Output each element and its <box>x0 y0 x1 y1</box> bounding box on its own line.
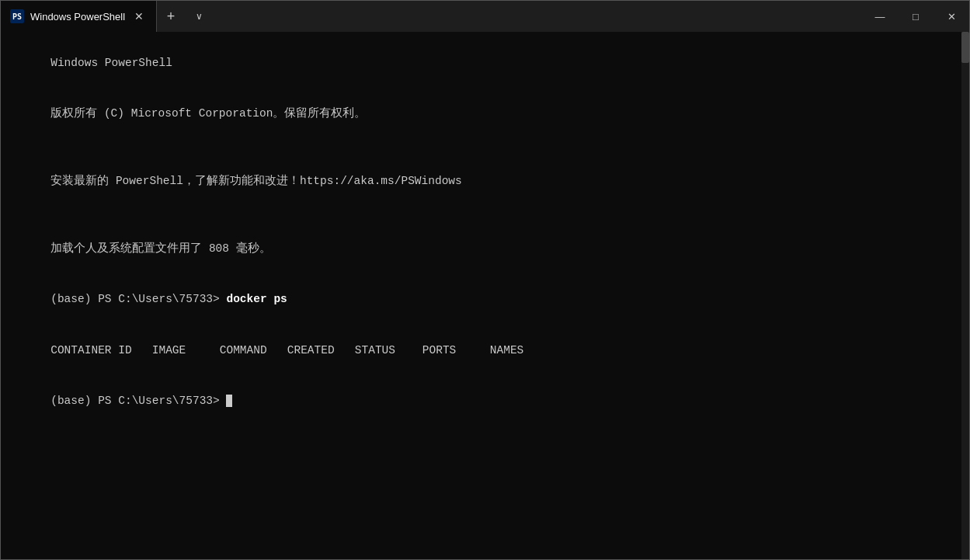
title-bar: PS Windows PowerShell ✕ + ∨ — □ ✕ <box>1 1 969 32</box>
tab-label: Windows PowerShell <box>30 11 125 23</box>
minimize-button[interactable]: — <box>862 1 898 32</box>
active-tab[interactable]: PS Windows PowerShell ✕ <box>1 1 157 32</box>
tab-close-button[interactable]: ✕ <box>131 9 147 24</box>
terminal-line-9: (base) PS C:\Users\75733> <box>10 376 960 426</box>
tab-dropdown-button[interactable]: ∨ <box>185 1 213 32</box>
terminal-line-4: 安装最新的 PowerShell，了解新功能和改进！https://aka.ms… <box>10 156 960 207</box>
close-button[interactable]: ✕ <box>933 1 969 32</box>
terminal-line-1: Windows PowerShell <box>10 38 960 89</box>
cursor <box>226 395 232 407</box>
window-controls: — □ ✕ <box>862 1 969 32</box>
scrollbar-thumb[interactable] <box>961 32 969 63</box>
tab-area: PS Windows PowerShell ✕ + ∨ <box>1 1 862 32</box>
new-tab-button[interactable]: + <box>157 1 185 32</box>
terminal-line-8: CONTAINER ID IMAGE COMMAND CREATED STATU… <box>10 325 960 376</box>
powershell-icon: PS <box>10 9 24 23</box>
terminal-line-2: 版权所有 (C) Microsoft Corporation。保留所有权利。 <box>10 89 960 139</box>
terminal-line-7: (base) PS C:\Users\75733> docker ps <box>10 275 960 325</box>
powershell-window: PS Windows PowerShell ✕ + ∨ — □ ✕ <box>0 0 970 560</box>
terminal-body[interactable]: Windows PowerShell 版权所有 (C) Microsoft Co… <box>1 32 969 559</box>
maximize-button[interactable]: □ <box>898 1 933 32</box>
scrollbar-track[interactable] <box>961 32 969 559</box>
terminal-blank-2 <box>10 207 960 224</box>
terminal-line-6: 加载个人及系统配置文件用了 808 毫秒。 <box>10 224 960 274</box>
terminal-blank-1 <box>10 140 960 157</box>
